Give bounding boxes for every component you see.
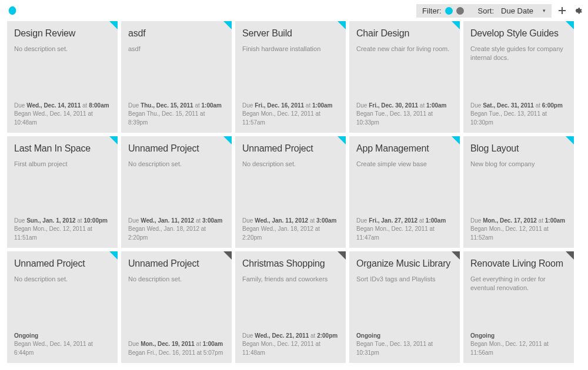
began-line: Began Mon., Dec. 12, 2011 at 11:47am xyxy=(356,225,453,242)
card-title: Unnamed Project xyxy=(128,143,225,154)
card-description: Create new chair for living room. xyxy=(356,45,453,101)
card-meta: Due Sun., Jan. 1, 2012 at 10:00pmBegan M… xyxy=(14,217,111,243)
project-card[interactable]: Organize Music LibrarySort IDv3 tags and… xyxy=(349,251,460,363)
card-description: Create style guides for company internal… xyxy=(470,45,567,101)
card-meta: Due Fri., Jan. 27, 2012 at 1:00amBegan M… xyxy=(356,217,453,243)
project-card[interactable]: Blog LayoutNew blog for companyDue Mon.,… xyxy=(463,136,574,248)
project-card[interactable]: Server BuildFinish hardware installation… xyxy=(235,21,346,133)
card-title: Unnamed Project xyxy=(128,258,225,269)
status-corner-icon xyxy=(566,136,574,144)
card-description: No description set. xyxy=(128,160,225,216)
project-card[interactable]: Design ReviewNo description set.Due Wed.… xyxy=(7,21,118,133)
due-line: Due Mon., Dec. 19, 2011 at 1:00am xyxy=(128,340,225,349)
card-title: Chair Design xyxy=(356,28,453,39)
began-line: Began Wed., Jan. 18, 2012 at 2:20pm xyxy=(242,225,339,242)
project-card[interactable]: Chair DesignCreate new chair for living … xyxy=(349,21,460,133)
due-line: Due Mon., Dec. 17, 2012 at 1:00am xyxy=(470,217,567,226)
due-line: Due Wed., Jan. 11, 2012 at 3:00am xyxy=(128,217,225,226)
card-description: First album project xyxy=(14,160,111,216)
card-description: No description set. xyxy=(14,275,111,331)
card-description: New blog for company xyxy=(470,160,567,216)
filter-dot-active[interactable] xyxy=(445,7,453,15)
began-line: Began Wed., Jan. 18, 2012 at 2:20pm xyxy=(128,225,225,242)
sort-label: Sort: xyxy=(478,6,494,15)
project-card[interactable]: Unnamed ProjectNo description set.Due Mo… xyxy=(121,251,232,363)
card-meta: Due Wed., Dec. 14, 2011 at 8:00amBegan W… xyxy=(14,102,111,127)
card-title: App Management xyxy=(356,143,453,154)
card-description: Finish hardware installation xyxy=(242,45,339,101)
sort-value[interactable]: Due Date xyxy=(501,6,533,15)
filter-dot-inactive[interactable] xyxy=(456,7,464,15)
began-line: Began Mon., Dec. 12, 2011 at 11:51am xyxy=(14,225,111,242)
card-title: Develop Style Guides xyxy=(470,28,567,39)
toolbar: Filter: Sort: Due Date ▾ xyxy=(416,4,582,18)
status-corner-icon xyxy=(566,251,574,260)
status-corner-icon xyxy=(109,136,118,144)
status-corner-icon xyxy=(223,21,232,29)
due-line: Due Fri., Jan. 27, 2012 at 1:00am xyxy=(356,217,453,226)
project-card[interactable]: Unnamed ProjectNo description set.Ongoin… xyxy=(7,251,118,363)
due-line: Due Wed., Dec. 14, 2011 at 8:00am xyxy=(14,102,111,110)
card-description: Sort IDv3 tags and Playlists xyxy=(356,275,453,331)
began-line: Began Tue., Dec. 13, 2011 at 10:33pm xyxy=(356,110,453,127)
began-line: Began Mon., Dec. 12, 2011 at 11:52am xyxy=(470,225,567,242)
card-title: Unnamed Project xyxy=(14,258,111,269)
project-card[interactable]: Develop Style GuidesCreate style guides … xyxy=(463,21,574,133)
status-corner-icon xyxy=(452,21,460,29)
header: Filter: Sort: Due Date ▾ xyxy=(0,0,588,21)
began-line: Began Wed., Dec. 14, 2011 at 6:44pm xyxy=(14,340,111,357)
status-corner-icon xyxy=(452,251,460,260)
card-meta: Due Sat., Dec. 31, 2011 at 6:00pmBegan T… xyxy=(470,102,567,127)
project-card[interactable]: App ManagementCreate simple view baseDue… xyxy=(349,136,460,248)
project-card[interactable]: Renovate Living RoomGet everything in or… xyxy=(463,251,574,363)
began-line: Began Mon., Dec. 12, 2011 at 11:56am xyxy=(470,340,567,357)
card-title: Last Man In Space xyxy=(14,143,111,154)
card-meta: Due Mon., Dec. 17, 2012 at 1:00amBegan M… xyxy=(470,217,567,243)
due-line: Due Wed., Jan. 11, 2012 at 3:00am xyxy=(242,217,339,226)
ongoing-label: Ongoing xyxy=(356,332,453,341)
project-card[interactable]: Unnamed ProjectNo description set.Due We… xyxy=(235,136,346,248)
card-description: Create simple view base xyxy=(356,160,453,216)
project-card[interactable]: asdfasdfDue Thu., Dec. 15, 2011 at 1:00a… xyxy=(121,21,232,133)
card-title: Christmas Shopping xyxy=(242,258,339,269)
status-corner-icon xyxy=(566,21,574,29)
status-corner-icon xyxy=(452,136,460,144)
due-line: Due Thu., Dec. 15, 2011 at 1:00am xyxy=(128,102,225,110)
sort-caret-icon[interactable]: ▾ xyxy=(543,8,546,14)
card-description: No description set. xyxy=(14,45,111,101)
project-card[interactable]: Christmas ShoppingFamily, friends and co… xyxy=(235,251,346,363)
card-description: No description set. xyxy=(242,160,339,216)
card-title: Unnamed Project xyxy=(242,143,339,154)
project-card[interactable]: Last Man In SpaceFirst album projectDue … xyxy=(7,136,118,248)
card-meta: Due Mon., Dec. 19, 2011 at 1:00amBegan F… xyxy=(128,340,225,357)
began-line: Began Fri., Dec. 16, 2011 at 5:07pm xyxy=(128,349,225,358)
add-button[interactable] xyxy=(557,6,567,15)
card-meta: Due Wed., Jan. 11, 2012 at 3:00amBegan W… xyxy=(242,217,339,243)
began-line: Began Thu., Dec. 15, 2011 at 8:39pm xyxy=(128,110,225,127)
due-line: Due Sat., Dec. 31, 2011 at 6:00pm xyxy=(470,102,567,110)
card-title: Design Review xyxy=(14,28,111,39)
card-meta: Due Wed., Dec. 21, 2011 at 2:00pmBegan M… xyxy=(242,332,339,358)
card-meta: Due Wed., Jan. 11, 2012 at 3:00amBegan W… xyxy=(128,217,225,243)
card-meta: Due Fri., Dec. 16, 2011 at 1:00amBegan M… xyxy=(242,102,339,127)
card-description: asdf xyxy=(128,45,225,101)
card-title: Renovate Living Room xyxy=(470,258,567,269)
began-line: Began Mon., Dec. 12, 2011 at 11:57am xyxy=(242,110,339,127)
card-title: Server Build xyxy=(242,28,339,39)
status-corner-icon xyxy=(338,21,346,29)
status-corner-icon xyxy=(109,21,118,29)
settings-button[interactable] xyxy=(573,6,582,15)
app-logo[interactable] xyxy=(7,5,18,16)
card-title: asdf xyxy=(128,28,225,39)
project-grid: Design ReviewNo description set.Due Wed.… xyxy=(0,21,588,363)
due-line: Due Sun., Jan. 1, 2012 at 10:00pm xyxy=(14,217,111,226)
ongoing-label: Ongoing xyxy=(470,332,567,341)
card-description: Get everything in order for eventual ren… xyxy=(470,275,567,331)
status-corner-icon xyxy=(338,251,346,260)
due-line: Due Fri., Dec. 16, 2011 at 1:00am xyxy=(242,102,339,110)
card-meta: OngoingBegan Mon., Dec. 12, 2011 at 11:5… xyxy=(470,332,567,358)
card-meta: Due Thu., Dec. 15, 2011 at 1:00amBegan T… xyxy=(128,102,225,127)
project-card[interactable]: Unnamed ProjectNo description set.Due We… xyxy=(121,136,232,248)
status-corner-icon xyxy=(223,136,232,144)
card-title: Blog Layout xyxy=(470,143,567,154)
